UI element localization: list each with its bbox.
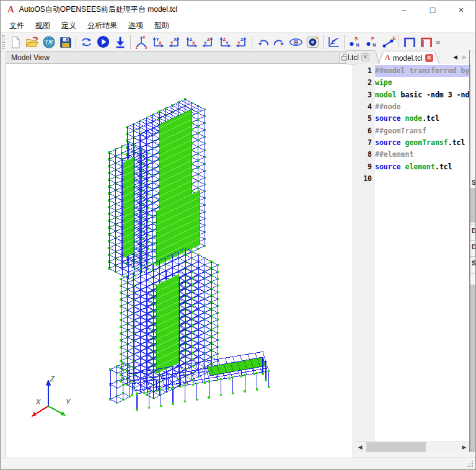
new-file-button[interactable] xyxy=(7,34,24,50)
menu-help[interactable]: 帮助 xyxy=(149,19,175,32)
view-xz-button[interactable]: ZX xyxy=(200,34,216,50)
save-button[interactable] xyxy=(57,34,74,50)
scroll-right-icon[interactable]: ▶ xyxy=(459,442,469,452)
svg-text:E: E xyxy=(332,39,336,45)
tab-modeltcl[interactable]: A model.tcl ✕ xyxy=(379,51,439,64)
yjk-import-button[interactable]: YJK xyxy=(40,34,57,50)
clipped-label[interactable]: D xyxy=(472,228,476,234)
undo-button[interactable] xyxy=(254,34,271,50)
toolbar-overflow-button[interactable]: » xyxy=(436,37,440,47)
code-line[interactable]: ##element xyxy=(375,149,469,161)
node-start-marker-button[interactable]: SN xyxy=(346,34,363,50)
result-curve-button[interactable]: E xyxy=(325,34,342,50)
model-view-title: Model View xyxy=(11,53,50,62)
svg-text:Y: Y xyxy=(237,40,240,45)
frame-blue-button[interactable] xyxy=(401,34,418,50)
tab-close-icon[interactable]: ✕ xyxy=(361,53,369,61)
menu-options[interactable]: 选项 xyxy=(123,19,149,32)
code-line[interactable] xyxy=(375,173,469,185)
svg-text:S: S xyxy=(355,36,358,42)
svg-text:X: X xyxy=(204,40,207,45)
maximize-button[interactable]: □ xyxy=(418,1,447,19)
sync-arrows-icon xyxy=(79,35,94,49)
tab-ltcl[interactable]: l.tcl ✕ xyxy=(346,51,379,64)
toolbar-separator xyxy=(399,35,399,49)
scrollbar-thumb[interactable] xyxy=(366,442,426,452)
view-zx-button[interactable]: ZX xyxy=(183,34,200,50)
menu-define[interactable]: 定义 xyxy=(56,19,82,32)
eye-icon xyxy=(288,35,304,49)
frame-red-button[interactable] xyxy=(418,34,434,50)
menu-analysis-results[interactable]: 分析结果 xyxy=(82,19,123,32)
download-results-button[interactable] xyxy=(112,34,128,50)
node-s-icon: SN xyxy=(348,35,362,49)
scroll-left-icon[interactable]: ◀ xyxy=(355,442,365,452)
svg-text:Y: Y xyxy=(226,40,229,45)
toolbar-grip[interactable] xyxy=(2,35,5,49)
view-yz-button[interactable]: ZY xyxy=(233,34,250,50)
close-button[interactable]: × xyxy=(447,1,475,19)
code-line[interactable]: source element.tcl xyxy=(375,161,469,173)
tab-scroll-right-icon[interactable]: ▶ xyxy=(461,52,469,62)
svg-text:x: x xyxy=(145,45,148,50)
run-analysis-button[interactable] xyxy=(95,34,112,50)
svg-text:X: X xyxy=(174,37,177,42)
element-marker-button[interactable]: E xyxy=(380,34,397,50)
play-icon xyxy=(96,35,110,49)
code-line[interactable]: ##node xyxy=(375,101,469,113)
svg-text:Z: Z xyxy=(240,37,244,42)
clipped-label[interactable]: S xyxy=(472,260,476,267)
structural-model-wireframe: ZXY xyxy=(6,64,352,457)
code-line[interactable]: model basic -ndm 3 -nd xyxy=(375,89,469,101)
redo-button[interactable] xyxy=(271,34,288,50)
resize-grip[interactable] xyxy=(466,460,474,468)
code-line[interactable]: source node.tcl xyxy=(375,113,469,125)
snapshot-button[interactable] xyxy=(304,34,321,50)
tab-close-icon[interactable]: ✕ xyxy=(425,54,433,62)
node-force-marker-button[interactable]: FN xyxy=(363,34,380,50)
toolbar-separator xyxy=(130,35,131,49)
menu-file[interactable]: 文件 xyxy=(4,19,30,32)
clipped-label[interactable]: D xyxy=(472,244,476,251)
svg-text:Y: Y xyxy=(143,35,146,39)
tab-scroll-left-icon[interactable]: ◀ xyxy=(451,52,459,62)
view-zy-button[interactable]: ZY xyxy=(216,34,233,50)
svg-text:X: X xyxy=(192,40,195,45)
result-curve-icon: E xyxy=(327,35,342,49)
tab-file-icon: A xyxy=(385,53,390,63)
open-file-button[interactable] xyxy=(24,34,40,50)
view-axis-icon: ZX xyxy=(201,35,216,49)
menu-view[interactable]: 视图 xyxy=(30,19,56,32)
code-text[interactable]: ##model transferred bywipemodel basic -n… xyxy=(375,64,469,442)
app-logo-icon: A xyxy=(7,4,14,15)
view-xy-button[interactable]: XY xyxy=(166,34,183,50)
sync-model-button[interactable] xyxy=(78,34,95,50)
axes-3d-button[interactable]: Yzx xyxy=(133,34,149,50)
minimize-button[interactable]: – xyxy=(390,1,418,19)
view-axis-icon: YX xyxy=(151,35,165,49)
open-folder-icon xyxy=(25,35,39,49)
svg-text:Z: Z xyxy=(50,375,55,383)
line-number-gutter: 12345678910 xyxy=(355,64,375,442)
status-bar xyxy=(1,458,475,469)
code-line[interactable]: ##model transferred by xyxy=(375,65,469,77)
editor-horizontal-scrollbar[interactable]: ◀ ▶ xyxy=(355,441,469,452)
code-line[interactable]: ##geomTransf xyxy=(375,125,469,137)
toolbar-separator xyxy=(76,35,76,49)
code-editor[interactable]: 12345678910 ##model transferred bywipemo… xyxy=(355,64,469,442)
node-f-icon: FN xyxy=(364,35,379,49)
clipped-label[interactable]: S xyxy=(472,179,476,186)
model-viewport[interactable]: ZXY xyxy=(6,64,353,458)
code-line[interactable]: wipe xyxy=(375,77,469,89)
view-axis-icon: ZY xyxy=(234,35,249,49)
tab-scroll-buttons: ◀ ▶ xyxy=(450,52,469,62)
show-view-button[interactable] xyxy=(288,34,304,50)
view-yx-button[interactable]: YX xyxy=(149,34,166,50)
editor-panel: l.tcl ✕ A model.tcl ✕ ◀ ▶ 12345678910 ##… xyxy=(355,50,470,452)
model-view-header: Model View xyxy=(6,51,353,64)
svg-text:Y: Y xyxy=(170,40,174,45)
code-line[interactable]: source geomTransf.tcl xyxy=(375,137,469,149)
title-bar: A AutoOS自动OPENSEES前后处理平台 model.tcl – □ × xyxy=(1,1,475,19)
toolbar: YJK Yzx YX XY ZX ZX ZY ZY E SN FN E » xyxy=(1,33,475,51)
toolbar-separator xyxy=(323,35,324,49)
